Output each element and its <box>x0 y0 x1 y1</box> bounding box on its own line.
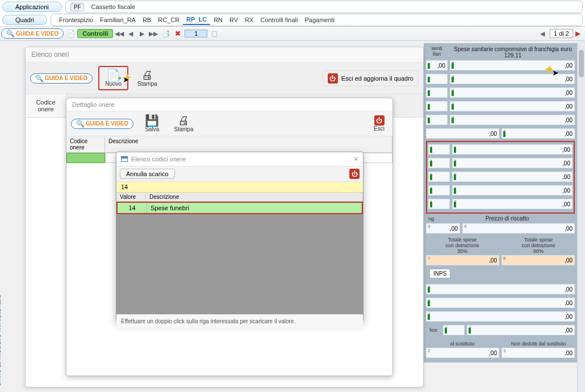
tab-pagamenti[interactable]: Pagamenti <box>301 15 338 24</box>
tab-frontespizio[interactable]: Frontespizio <box>56 15 97 24</box>
new-doc-icon: 📄+ <box>106 69 120 81</box>
bg-cell[interactable]: 1 <box>428 172 450 182</box>
dialog-title: Elenco codici onere <box>131 156 186 162</box>
bg-cell[interactable]: ,00 <box>426 60 448 70</box>
bg-cell[interactable]: 1 <box>428 185 450 195</box>
close-icon[interactable]: × <box>354 155 358 164</box>
bg-cell[interactable]: 2,00 <box>450 101 575 111</box>
pager-prev-icon[interactable]: ◀ <box>537 30 548 37</box>
bg-sostituto-label: al sostituto <box>426 341 499 347</box>
guida-label: GUIDA E VIDEO <box>86 120 128 127</box>
lookup-footer-hint: Effettuare un doppio click sulla riga in… <box>116 314 363 328</box>
bg-cell[interactable]: 2 <box>443 325 465 335</box>
inps-button[interactable]: INPS <box>429 269 450 278</box>
guida-video-button[interactable]: 🔍 GUIDA E VIDEO <box>1 28 64 39</box>
cursor-icon: ➤ <box>552 68 559 77</box>
guida-video-button-panel2[interactable]: 🔍 GUIDA E VIDEO <box>71 119 133 129</box>
nav-next-icon[interactable]: ▶ <box>137 30 147 37</box>
bg-cell[interactable]: 3,00 <box>502 348 575 358</box>
row-descrizione: Spese funebri <box>147 203 362 213</box>
bg-cell[interactable]: 2,00 <box>452 144 573 155</box>
tab-rc-cr[interactable]: RC_CR <box>154 15 183 24</box>
lookup-empty-body <box>116 214 363 314</box>
tab-rb[interactable]: RB <box>139 15 154 24</box>
dialog-power-icon[interactable]: ⏻ <box>349 169 360 179</box>
tab-rn[interactable]: RN <box>210 15 226 24</box>
bg-cell[interactable]: 2,00 <box>452 199 573 209</box>
doc-icon[interactable]: 📄 <box>65 28 76 39</box>
bg-cell[interactable]: 2,00 <box>502 128 575 139</box>
pf-chip: PF <box>70 3 85 11</box>
dettaglio-title: Dettaglio onere <box>66 98 392 111</box>
lookup-row-selected[interactable]: 14 Spese funebri <box>116 202 363 214</box>
stampa-button-panel2[interactable]: 🖨 Stampa <box>170 114 197 134</box>
bg-cell[interactable]: 1 <box>428 158 450 168</box>
bg-cell[interactable]: 2,00 <box>450 115 575 125</box>
scrollbar-thumb[interactable] <box>579 50 584 77</box>
tab-familiari[interactable]: Familiari_RA <box>97 15 139 24</box>
bg-cell[interactable]: 2,00 <box>452 172 573 182</box>
app-topbar: Applicazioni PF Cassetto fiscale <box>0 0 585 14</box>
delete-doc-icon[interactable]: ✖ <box>172 28 183 39</box>
bg-cell[interactable]: ,00 <box>426 128 499 139</box>
cursor-icon: ➤ <box>123 75 129 84</box>
nav-prev-icon[interactable]: ◀ <box>126 30 136 37</box>
blank-doc-icon[interactable]: ▢ <box>208 28 220 39</box>
bg-cell[interactable] <box>426 101 448 111</box>
search-row[interactable]: 14 <box>116 182 363 193</box>
bg-cell[interactable] <box>426 115 448 125</box>
power-icon: ⏻ <box>328 73 338 84</box>
nav-last-icon[interactable]: ▶▶ <box>148 30 158 37</box>
tabs-container: Frontespizio Familiari_RA RB RC_CR RP_LC… <box>51 14 583 26</box>
nav-first-icon[interactable]: ◀◀ <box>114 30 124 37</box>
bg-header-sanitarie: Spese sanitarie comprensive di franchigi… <box>451 45 575 59</box>
esci-aggiorna-button[interactable]: ⏻ Esci ed aggiorna il quadro <box>323 70 419 86</box>
pager-right: ◀ 1 di 2 ▶ <box>537 29 584 38</box>
background-form: senti liari Spese sanitarie comprensive … <box>424 43 577 362</box>
col-codice-onere: Codice onere <box>66 136 105 152</box>
bg-cell[interactable]: 2,00 <box>450 87 575 98</box>
new-doc-icon[interactable]: 📑 <box>160 28 171 39</box>
bg-cell[interactable]: 2,00 <box>426 298 575 308</box>
bg-cell[interactable]: 1 <box>428 144 450 155</box>
vertical-scrollbar[interactable] <box>577 41 585 392</box>
window-icon <box>121 156 128 162</box>
cassetto-label: Cassetto fiscale <box>91 3 135 10</box>
bg-cell[interactable]: 2,00 <box>452 158 573 168</box>
bg-cell[interactable]: 1 <box>428 199 450 209</box>
bg-nondedotti-label: Non dedotti dal sostituto <box>502 341 575 347</box>
col-valore: Valore <box>116 193 146 201</box>
bg-cell[interactable]: 2,00 <box>452 185 573 195</box>
tab-rx[interactable]: RX <box>241 15 257 24</box>
dettaglio-toolbar: 🔍 GUIDA E VIDEO 💾 Salva 🖨 Stampa ⏻ Esci <box>66 111 392 136</box>
applicazioni-button[interactable]: Applicazioni <box>2 2 62 12</box>
bg-cell[interactable]: 3,00 <box>467 325 575 335</box>
guida-video-button-panel1[interactable]: 🔍 GUIDA E VIDEO <box>30 73 93 84</box>
annulla-scarico-button[interactable]: Annulla scarico <box>120 169 175 179</box>
codice-onere-input[interactable] <box>66 153 105 163</box>
bg-cell[interactable] <box>426 74 448 84</box>
esci-button-panel2[interactable]: ⏻ Esci <box>370 114 388 133</box>
tab-rv[interactable]: RV <box>226 15 241 24</box>
quadri-button[interactable]: Quadri <box>2 15 47 25</box>
controlli-button[interactable]: Controlli <box>77 29 113 38</box>
salva-button[interactable]: 💾 Salva <box>141 114 162 134</box>
bg-cell-90[interactable]: 8,00 <box>502 255 575 265</box>
magnifier-icon: 🔍 <box>6 30 15 37</box>
breadcrumb-box: PF Cassetto fiscale <box>65 1 583 13</box>
stampa-button[interactable]: 🖨 Stampa <box>134 68 160 88</box>
bg-cell[interactable]: 2,00 <box>426 284 575 294</box>
pager-next-icon[interactable]: ▶ <box>575 30 580 37</box>
bg-cell[interactable] <box>426 87 448 98</box>
tab-controlli-finali[interactable]: Controlli finali <box>257 15 301 24</box>
bg-cell[interactable]: 2,00 <box>426 311 575 322</box>
bg-cell[interactable]: 4,00 <box>462 223 575 233</box>
page-input[interactable] <box>185 30 207 37</box>
tab-rp-lc[interactable]: RP_LC <box>183 15 210 25</box>
row-valore: 14 <box>118 203 147 213</box>
nuovo-button-highlighted[interactable]: 📄+ Nuovo ✦ ➤ <box>98 66 128 90</box>
bg-prezzo-label: Prezzo di riscatto <box>440 215 575 222</box>
bg-cell[interactable]: 3,00 <box>426 223 460 233</box>
bg-cell[interactable]: 2,00 <box>426 348 499 358</box>
bg-cell-35[interactable]: 7,00 <box>426 255 499 265</box>
